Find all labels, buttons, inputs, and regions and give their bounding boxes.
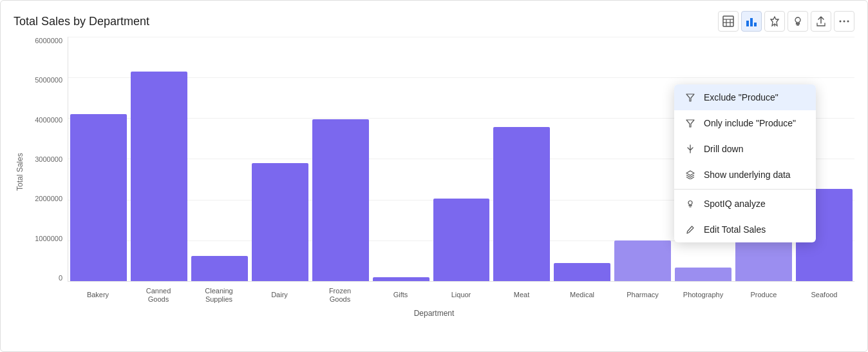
svg-point-11: [844, 21, 845, 23]
bar[interactable]: [312, 119, 369, 281]
y-tick: 3000000: [35, 155, 62, 163]
bar-group[interactable]: [189, 37, 250, 281]
bar[interactable]: [373, 277, 429, 281]
menu-item-label: Exclude "Produce": [704, 92, 778, 103]
x-label: Medical: [552, 282, 612, 308]
bar[interactable]: [433, 199, 490, 281]
svg-point-12: [847, 21, 849, 23]
x-label: CannedGoods: [128, 282, 189, 308]
bar-group[interactable]: [431, 37, 492, 281]
svg-rect-6: [750, 18, 753, 26]
filter-icon: [684, 117, 696, 129]
bar[interactable]: [252, 163, 308, 281]
bar[interactable]: [131, 72, 187, 281]
drill-icon: [684, 143, 696, 155]
x-labels: BakeryCannedGoodsCleaningSuppliesDairyFr…: [68, 282, 854, 308]
menu-item-label: Show underlying data: [704, 170, 791, 180]
menu-item-label: Drill down: [704, 144, 743, 154]
more-button[interactable]: [834, 11, 854, 32]
menu-item-spotiq[interactable]: SpotIQ analyze: [674, 191, 816, 217]
svg-marker-14: [686, 120, 694, 127]
svg-rect-5: [746, 21, 749, 26]
y-tick: 4000000: [35, 116, 62, 124]
share-icon: [815, 15, 827, 27]
x-label: FrozenGoods: [310, 282, 370, 308]
bar[interactable]: [493, 127, 550, 281]
menu-divider: [674, 189, 816, 190]
x-label: Liquor: [431, 282, 491, 308]
lightbulb-icon: [792, 15, 804, 27]
bar-group[interactable]: [491, 37, 552, 281]
bar[interactable]: [675, 268, 731, 281]
y-tick: 1000000: [35, 235, 62, 242]
bar-group[interactable]: [310, 37, 371, 281]
bar[interactable]: [554, 263, 610, 281]
bar-group[interactable]: [552, 37, 612, 281]
x-label: Seafood: [794, 282, 854, 308]
x-label: Gifts: [370, 282, 431, 308]
x-label: Produce: [733, 282, 794, 308]
table-view-button[interactable]: [718, 11, 739, 32]
bar-group[interactable]: [612, 37, 673, 281]
y-axis: 6000000 5000000 4000000 3000000 2000000 …: [29, 37, 68, 282]
menu-item-label: Edit Total Sales: [704, 224, 766, 235]
chart-title: Total Sales by Department: [14, 15, 149, 28]
x-label: Dairy: [249, 282, 310, 308]
spotiq-button[interactable]: [788, 11, 808, 32]
context-menu: Exclude "Produce"Only include "Produce"D…: [674, 84, 816, 242]
layers-icon: [684, 169, 696, 181]
menu-item-include-only[interactable]: Only include "Produce": [674, 110, 816, 136]
chart-container: Total Sales by Department: [0, 0, 868, 352]
menu-item-edit[interactable]: Edit Total Sales: [674, 217, 816, 242]
x-label: Meat: [491, 282, 552, 308]
toolbar: [718, 11, 854, 32]
svg-marker-13: [686, 94, 694, 101]
menu-item-show-data[interactable]: Show underlying data: [674, 162, 816, 188]
pin-icon: [769, 15, 780, 27]
bar[interactable]: [70, 114, 127, 281]
bar-group[interactable]: [129, 37, 189, 281]
pin-button[interactable]: [764, 11, 785, 32]
bar-chart-icon: [746, 15, 757, 27]
bar[interactable]: [191, 256, 248, 281]
y-tick: 6000000: [35, 37, 62, 44]
svg-rect-7: [754, 23, 757, 26]
bar-group[interactable]: [371, 37, 431, 281]
x-axis-title: Department: [14, 309, 854, 323]
svg-rect-0: [723, 16, 733, 26]
pencil-icon: [684, 224, 696, 235]
x-label: Photography: [673, 282, 733, 308]
y-tick: 5000000: [35, 76, 62, 84]
x-label: CleaningSupplies: [189, 282, 249, 308]
y-tick: 2000000: [35, 195, 62, 202]
bar[interactable]: [614, 240, 671, 281]
svg-point-15: [688, 201, 692, 205]
bar-group[interactable]: [68, 37, 129, 281]
bar-chart-button[interactable]: [741, 11, 762, 32]
svg-point-9: [795, 17, 800, 23]
y-tick: 0: [59, 274, 62, 282]
filter-icon: [684, 92, 696, 103]
menu-item-exclude[interactable]: Exclude "Produce": [674, 84, 816, 110]
more-icon: [838, 15, 850, 27]
share-button[interactable]: [811, 11, 831, 32]
bulb-icon: [684, 198, 696, 210]
table-icon: [722, 15, 734, 27]
menu-item-drill-down[interactable]: Drill down: [674, 136, 816, 162]
y-axis-label: Total Sales: [14, 37, 26, 308]
x-label: Pharmacy: [612, 282, 673, 308]
x-label: Bakery: [68, 282, 128, 308]
menu-item-label: Only include "Produce": [704, 118, 796, 128]
chart-header: Total Sales by Department: [14, 11, 854, 32]
bar-group[interactable]: [250, 37, 310, 281]
svg-point-10: [840, 21, 842, 23]
menu-item-label: SpotIQ analyze: [704, 199, 766, 209]
